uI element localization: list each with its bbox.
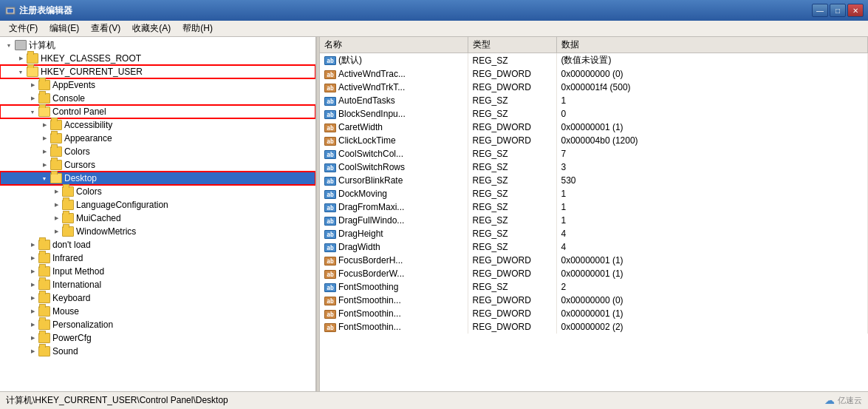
tree-node-keyboard[interactable]: Keyboard xyxy=(0,291,315,305)
table-row[interactable]: abCursorBlinkRate REG_SZ 530 xyxy=(320,174,868,187)
tree-node-inputmethod[interactable]: Input Method xyxy=(0,265,315,278)
tree-node-console[interactable]: Console xyxy=(0,92,315,105)
close-button[interactable]: ✕ xyxy=(847,4,864,17)
table-row[interactable]: abFontSmoothin... REG_DWORD 0x00000000 (… xyxy=(320,294,868,307)
table-row[interactable]: abClickLockTime REG_DWORD 0x000004b0 (12… xyxy=(320,134,868,147)
expander-appevents[interactable] xyxy=(27,79,38,91)
tree-node-powercfg[interactable]: PowerCfg xyxy=(0,331,315,345)
table-row[interactable]: abAutoEndTasks REG_SZ 1 xyxy=(320,94,868,107)
col-header-name[interactable]: 名称 xyxy=(320,37,468,53)
tree-node-hkcu[interactable]: HKEY_CURRENT_USER xyxy=(0,65,315,78)
table-row[interactable]: abActiveWndTrac... REG_DWORD 0x00000000 … xyxy=(320,67,868,81)
table-row[interactable]: abFocusBorderH... REG_DWORD 0x00000001 (… xyxy=(320,254,868,267)
watermark-text: 亿速云 xyxy=(838,395,862,406)
table-row[interactable]: abCoolSwitchCol... REG_SZ 7 xyxy=(320,147,868,160)
cell-name: abFontSmoothing xyxy=(320,280,468,294)
tree-node-sound[interactable]: Sound xyxy=(0,345,315,358)
folder-icon-hkcr xyxy=(27,53,38,64)
tree-node-personalization[interactable]: Personalization xyxy=(0,318,315,331)
table-panel[interactable]: 名称 类型 数据 ab(默认) REG_SZ (数值未设置) abActiveW… xyxy=(320,37,868,391)
table-row[interactable]: abDragHeight REG_SZ 4 xyxy=(320,227,868,240)
table-row[interactable]: abFontSmoothin... REG_DWORD 0x00000001 (… xyxy=(320,307,868,320)
table-row[interactable]: abBlockSendInpu... REG_SZ 0 xyxy=(320,107,868,121)
cell-name: abFontSmoothin... xyxy=(320,294,468,307)
table-row[interactable]: abCoolSwitchRows REG_SZ 3 xyxy=(320,160,868,174)
tree-node-desktop-colors[interactable]: Colors xyxy=(0,185,315,198)
tree-node-controlpanel[interactable]: Control Panel xyxy=(0,105,315,118)
expander-infrared[interactable] xyxy=(27,252,38,264)
expander-sound[interactable] xyxy=(27,345,38,357)
expander-powercfg[interactable] xyxy=(27,332,38,344)
expander-inputmethod[interactable] xyxy=(27,266,38,277)
menu-file[interactable]: 文件(F) xyxy=(3,21,44,36)
folder-icon-windowmetrics xyxy=(62,226,74,237)
table-row[interactable]: abDragWidth REG_SZ 4 xyxy=(320,240,868,254)
expander-console[interactable] xyxy=(27,92,38,104)
cell-type: REG_SZ xyxy=(468,187,556,200)
menu-help[interactable]: 帮助(H) xyxy=(177,21,219,36)
table-row[interactable]: abFontSmoothing REG_SZ 2 xyxy=(320,280,868,294)
table-row[interactable]: abDockMoving REG_SZ 1 xyxy=(320,187,868,200)
expander-windowmetrics[interactable] xyxy=(50,226,62,237)
cell-type: REG_SZ xyxy=(468,280,556,294)
cell-name: abCoolSwitchCol... xyxy=(320,147,468,160)
tree-node-windowmetrics[interactable]: WindowMetrics xyxy=(0,225,315,238)
expander-appearance[interactable] xyxy=(38,132,50,144)
tree-node-infrared[interactable]: Infrared xyxy=(0,251,315,265)
menu-view[interactable]: 查看(V) xyxy=(85,21,126,36)
expander-hkcr[interactable] xyxy=(15,53,27,64)
cell-data: 1 xyxy=(556,214,868,227)
tree-node-desktop[interactable]: Desktop xyxy=(0,172,315,185)
tree-node-colors[interactable]: Colors xyxy=(0,145,315,158)
expander-dontload[interactable] xyxy=(27,239,38,251)
expander-international[interactable] xyxy=(27,279,38,291)
cell-type: REG_DWORD xyxy=(468,81,556,94)
tree-node-computer[interactable]: 计算机 xyxy=(0,38,315,52)
table-row[interactable]: abFocusBorderW... REG_DWORD 0x00000001 (… xyxy=(320,267,868,280)
table-row[interactable]: abCaretWidth REG_DWORD 0x00000001 (1) xyxy=(320,121,868,134)
minimize-button[interactable]: — xyxy=(812,4,828,17)
expander-desktop[interactable] xyxy=(38,172,50,184)
dword-icon: ab xyxy=(324,323,336,332)
expander-accessibility[interactable] xyxy=(38,119,50,131)
tree-node-appevents[interactable]: AppEvents xyxy=(0,78,315,92)
expander-colors[interactable] xyxy=(38,146,50,158)
tree-node-hkcr[interactable]: HKEY_CLASSES_ROOT xyxy=(0,52,315,65)
expander-personalization[interactable] xyxy=(27,319,38,331)
table-row[interactable]: abDragFromMaxi... REG_SZ 1 xyxy=(320,200,868,214)
svg-rect-1 xyxy=(7,9,13,13)
expander-controlpanel[interactable] xyxy=(27,106,38,118)
tree-node-appearance[interactable]: Appearance xyxy=(0,132,315,145)
maximize-button[interactable]: □ xyxy=(830,4,846,17)
cell-name: abCaretWidth xyxy=(320,121,468,134)
expander-langconfig[interactable] xyxy=(50,199,62,211)
expander-desktop-colors[interactable] xyxy=(50,186,62,197)
cell-type: REG_DWORD xyxy=(468,294,556,307)
tree-node-dontload[interactable]: don't load xyxy=(0,238,315,251)
table-row[interactable]: ab(默认) REG_SZ (数值未设置) xyxy=(320,53,868,68)
expander-mouse[interactable] xyxy=(27,305,38,317)
value-name: DragFromMaxi... xyxy=(338,202,404,212)
table-row[interactable]: abFontSmoothin... REG_DWORD 0x00000002 (… xyxy=(320,320,868,334)
tree-node-muicached[interactable]: MuiCached xyxy=(0,212,315,225)
tree-node-langconfig[interactable]: LanguageConfiguration xyxy=(0,198,315,212)
tree-node-international[interactable]: International xyxy=(0,278,315,291)
expander-hkcu[interactable] xyxy=(15,66,27,78)
sz-icon: ab xyxy=(324,110,336,119)
col-header-data[interactable]: 数据 xyxy=(556,37,868,53)
tree-node-mouse[interactable]: Mouse xyxy=(0,305,315,318)
expander-cursors[interactable] xyxy=(38,159,50,171)
table-row[interactable]: abDragFullWindo... REG_SZ 1 xyxy=(320,214,868,227)
menu-favorites[interactable]: 收藏夹(A) xyxy=(126,21,177,36)
table-row[interactable]: abActiveWndTrkT... REG_DWORD 0x000001f4 … xyxy=(320,81,868,94)
tree-node-accessibility[interactable]: Accessibility xyxy=(0,118,315,132)
tree-panel[interactable]: 计算机 HKEY_CLASSES_ROOT HKEY_CURRENT_USER … xyxy=(0,37,316,391)
tree-node-cursors[interactable]: Cursors xyxy=(0,158,315,172)
expander-computer[interactable] xyxy=(3,39,15,51)
cell-type: REG_DWORD xyxy=(468,67,556,81)
folder-icon-cursors xyxy=(50,160,62,170)
col-header-type[interactable]: 类型 xyxy=(468,37,556,53)
expander-keyboard[interactable] xyxy=(27,292,38,304)
expander-muicached[interactable] xyxy=(50,212,62,224)
menu-edit[interactable]: 编辑(E) xyxy=(44,21,85,36)
